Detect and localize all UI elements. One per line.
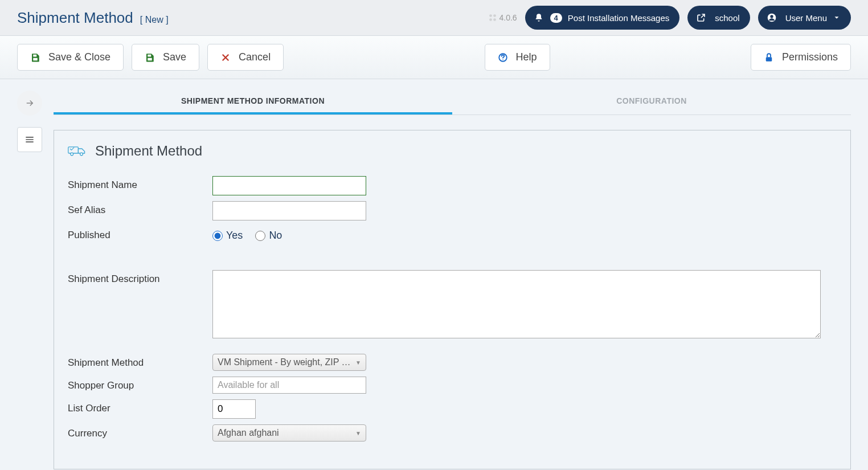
- svg-point-5: [770, 15, 773, 18]
- label-shipment-name: Shipment Name: [68, 176, 212, 191]
- currency-select[interactable]: Afghan afghani ▼: [212, 424, 366, 442]
- save-close-button[interactable]: Save & Close: [17, 44, 124, 71]
- sidebar-expand-button[interactable]: [17, 91, 42, 116]
- label-sef-alias: Sef Alias: [68, 201, 212, 216]
- tab-shipment-info[interactable]: Shipment Method Information: [54, 91, 452, 115]
- permissions-button[interactable]: Permissions: [751, 44, 851, 71]
- svg-point-0: [490, 14, 493, 17]
- published-yes-label: Yes: [226, 230, 243, 242]
- user-icon: [764, 10, 780, 26]
- label-currency: Currency: [68, 424, 212, 439]
- label-description: Shipment Description: [68, 270, 212, 285]
- currency-value: Afghan afghani: [218, 428, 279, 438]
- save-icon: [145, 52, 155, 63]
- panel-header: Shipment Method: [54, 130, 850, 176]
- published-no-radio[interactable]: [255, 231, 265, 241]
- svg-point-11: [80, 153, 83, 156]
- svg-point-2: [490, 18, 493, 21]
- joomla-icon: [489, 14, 497, 22]
- label-published: Published: [68, 226, 212, 241]
- description-textarea[interactable]: [212, 270, 821, 338]
- permissions-label: Permissions: [782, 51, 838, 63]
- page-subtitle: [ New ]: [140, 15, 169, 25]
- shipment-method-select[interactable]: VM Shipment - By weight, ZIP … ▼: [212, 354, 366, 371]
- svg-point-7: [502, 59, 503, 60]
- post-install-messages-button[interactable]: 4 Post Installation Messages: [525, 6, 680, 30]
- user-menu-button[interactable]: User Menu: [758, 6, 851, 30]
- close-icon: [220, 52, 231, 63]
- published-yes-radio[interactable]: [212, 231, 223, 241]
- svg-point-10: [71, 153, 73, 156]
- shipment-name-input[interactable]: [212, 176, 366, 195]
- label-list-order: List Order: [68, 399, 212, 414]
- label-shipment-method: Shipment Method: [68, 354, 212, 369]
- svg-point-3: [494, 18, 497, 21]
- notification-count: 4: [550, 13, 562, 23]
- side-column: [17, 91, 42, 469]
- help-label: Help: [516, 51, 537, 63]
- post-install-label: Post Installation Messages: [568, 13, 669, 23]
- user-menu-label: User Menu: [785, 13, 827, 23]
- bell-icon: [531, 10, 547, 26]
- panel-title: Shipment Method: [95, 143, 202, 159]
- truck-icon: [68, 144, 86, 158]
- lock-icon: [764, 52, 774, 63]
- cancel-button[interactable]: Cancel: [207, 44, 284, 71]
- save-label: Save: [163, 51, 186, 63]
- label-shopper-group: Shopper Group: [68, 377, 212, 391]
- external-link-icon: [693, 10, 709, 26]
- save-icon: [30, 52, 40, 63]
- sef-alias-input[interactable]: [212, 201, 366, 220]
- version-text: 4.0.6: [489, 13, 517, 22]
- version-number: 4.0.6: [499, 13, 517, 22]
- sidebar-menu-button[interactable]: [17, 127, 42, 152]
- svg-point-1: [494, 14, 497, 17]
- chevron-down-icon: [833, 14, 841, 22]
- shipment-method-value: VM Shipment - By weight, ZIP …: [218, 357, 351, 367]
- cancel-label: Cancel: [239, 51, 271, 63]
- tab-configuration[interactable]: Configuration: [452, 91, 851, 115]
- content-wrap: Shipment Method Information Configuratio…: [0, 79, 868, 470]
- published-yes-option[interactable]: Yes: [212, 230, 243, 242]
- page-title: Shipment Method: [17, 9, 133, 27]
- form: Shipment Name Sef Alias Published Yes: [54, 176, 850, 442]
- help-button[interactable]: Help: [485, 44, 550, 71]
- svg-rect-8: [766, 57, 772, 62]
- tabs: Shipment Method Information Configuratio…: [54, 91, 851, 115]
- published-no-option[interactable]: No: [255, 230, 282, 242]
- caret-down-icon: ▼: [355, 430, 361, 436]
- header-right: 4.0.6 4 Post Installation Messages schoo…: [489, 6, 851, 30]
- shopper-group-select[interactable]: Available for all: [212, 377, 366, 394]
- form-panel: Shipment Method Shipment Name Sef Alias …: [54, 130, 851, 469]
- published-no-label: No: [269, 230, 282, 242]
- help-icon: [498, 52, 508, 63]
- site-name: school: [715, 13, 739, 23]
- save-button[interactable]: Save: [132, 44, 199, 71]
- caret-down-icon: ▼: [355, 359, 361, 366]
- main-column: Shipment Method Information Configuratio…: [54, 91, 851, 469]
- list-order-input[interactable]: [212, 399, 256, 419]
- hamburger-icon: [24, 134, 35, 145]
- shopper-group-placeholder: Available for all: [218, 380, 279, 390]
- save-close-label: Save & Close: [48, 51, 110, 63]
- header-left: Shipment Method [ New ]: [17, 9, 169, 27]
- toolbar: Save & Close Save Cancel Help Permission…: [0, 36, 868, 79]
- arrow-right-icon: [24, 98, 35, 108]
- header-bar: Shipment Method [ New ] 4.0.6 4 Post Ins…: [0, 0, 868, 36]
- site-link-button[interactable]: school: [687, 6, 750, 30]
